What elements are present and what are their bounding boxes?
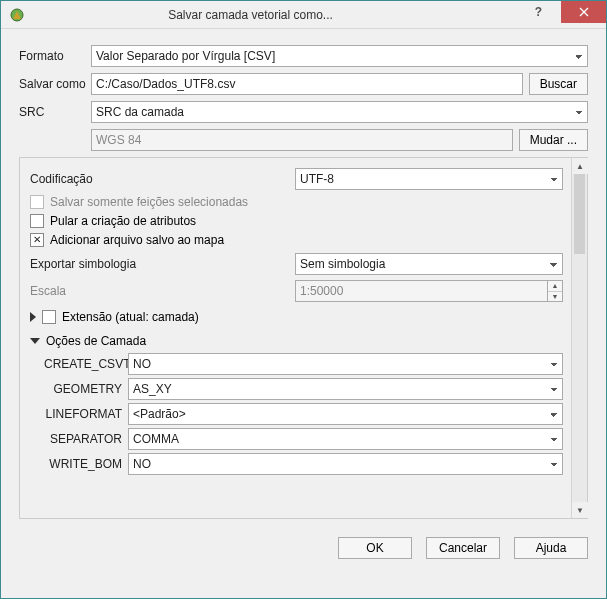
lineformat-label: LINEFORMAT	[44, 407, 128, 421]
change-crs-button[interactable]: Mudar ...	[519, 129, 588, 151]
geometry-select[interactable]: AS_XY	[128, 378, 563, 400]
selected-only-checkbox	[30, 195, 44, 209]
separator-select[interactable]: COMMA	[128, 428, 563, 450]
scroll-up-icon[interactable]: ▲	[572, 158, 588, 174]
crs-text	[91, 129, 513, 151]
crs-label: SRC	[19, 105, 91, 119]
extent-label: Extensão (atual: camada)	[62, 310, 199, 324]
skip-attrs-checkbox[interactable]	[30, 214, 44, 228]
encoding-label: Codificação	[30, 172, 295, 186]
scroll-down-icon[interactable]: ▼	[572, 502, 588, 518]
selected-only-label: Salvar somente feições selecionadas	[50, 195, 248, 209]
write-bom-select[interactable]: NO	[128, 453, 563, 475]
help-button[interactable]: Ajuda	[514, 537, 588, 559]
scale-spinbox[interactable]: ▲ ▼	[295, 280, 563, 302]
symbology-select[interactable]: Sem simbologia	[295, 253, 563, 275]
encoding-select[interactable]: UTF-8	[295, 168, 563, 190]
separator-label: SEPARATOR	[44, 432, 128, 446]
format-select[interactable]: Valor Separado por Vírgula [CSV]	[91, 45, 588, 67]
extent-checkbox[interactable]	[42, 310, 56, 324]
close-button[interactable]	[561, 1, 606, 23]
cancel-button[interactable]: Cancelar	[426, 537, 500, 559]
app-icon	[9, 7, 25, 23]
scale-label: Escala	[30, 284, 295, 298]
help-titlebar-button[interactable]: ?	[516, 1, 561, 23]
write-bom-label: WRITE_BOM	[44, 457, 128, 471]
scale-down-button[interactable]: ▼	[548, 292, 562, 302]
format-label: Formato	[19, 49, 91, 63]
lineformat-select[interactable]: <Padrão>	[128, 403, 563, 425]
saveas-label: Salvar como	[19, 77, 91, 91]
titlebar: Salvar camada vetorial como... ?	[1, 1, 606, 29]
geometry-label: GEOMETRY	[44, 382, 128, 396]
browse-button[interactable]: Buscar	[529, 73, 588, 95]
layer-options-grid: CREATE_CSVT NO GEOMETRY AS_XY LINEFORMAT…	[44, 353, 563, 475]
create-csvt-label: CREATE_CSVT	[44, 357, 128, 371]
export-symbology-label: Exportar simbologia	[30, 257, 295, 271]
layeropts-expand-icon[interactable]	[30, 338, 40, 344]
dialog-window: Salvar camada vetorial como... ? Formato…	[0, 0, 607, 599]
dialog-buttons: OK Cancelar Ajuda	[1, 527, 606, 559]
add-to-map-checkbox[interactable]: ✕	[30, 233, 44, 247]
skip-attrs-label: Pular a criação de atributos	[50, 214, 196, 228]
scroll-thumb[interactable]	[574, 174, 585, 254]
extent-expand-icon[interactable]	[30, 312, 36, 322]
create-csvt-select[interactable]: NO	[128, 353, 563, 375]
window-title: Salvar camada vetorial como...	[25, 8, 516, 22]
options-panel: Codificação UTF-8 Salvar somente feições…	[19, 157, 588, 519]
scale-input	[295, 280, 547, 302]
crs-select[interactable]: SRC da camada	[91, 101, 588, 123]
panel-scrollbar[interactable]: ▲ ▼	[571, 158, 587, 518]
ok-button[interactable]: OK	[338, 537, 412, 559]
layer-options-label: Oções de Camada	[46, 334, 146, 348]
add-to-map-label: Adicionar arquivo salvo ao mapa	[50, 233, 224, 247]
scale-up-button[interactable]: ▲	[548, 281, 562, 292]
saveas-input[interactable]	[91, 73, 523, 95]
